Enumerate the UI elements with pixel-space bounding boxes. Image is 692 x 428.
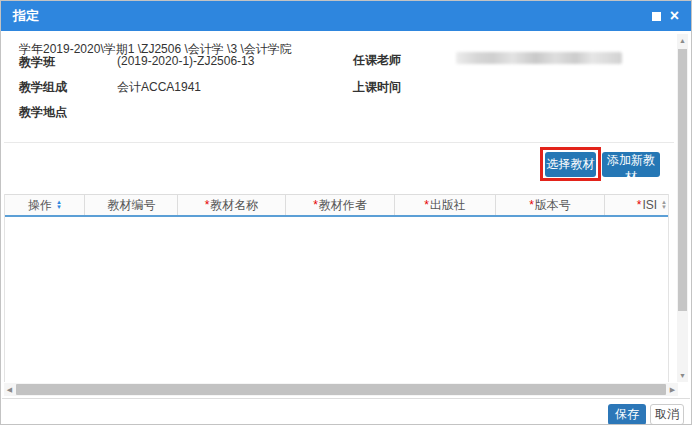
scroll-right-icon[interactable]: ▶ bbox=[667, 383, 678, 396]
teacher-name-redacted bbox=[456, 52, 622, 64]
teaching-location-label: 教学地点 bbox=[19, 104, 67, 121]
textbook-grid: 操作 ▲▼ 教材编号 * 教材名称 * 教材作者 * 出版社 bbox=[4, 194, 669, 382]
column-header-textbook-name: * 教材名称 bbox=[178, 195, 286, 215]
cancel-button[interactable]: 取消 bbox=[650, 404, 684, 425]
scroll-left-icon[interactable]: ◀ bbox=[4, 383, 15, 396]
teaching-class-label: 教学班 bbox=[19, 54, 55, 71]
class-time-label: 上课时间 bbox=[353, 79, 401, 96]
dialog-title: 指定 bbox=[13, 7, 39, 25]
sort-icon: ▲▼ bbox=[661, 200, 667, 210]
teaching-composition-value: 会计ACCA1941 bbox=[117, 79, 201, 96]
maximize-icon[interactable] bbox=[652, 12, 661, 21]
horizontal-scrollbar-thumb[interactable] bbox=[16, 384, 666, 395]
teaching-class-value: (2019-2020-1)-ZJ2506-13 bbox=[117, 54, 254, 68]
column-header-publisher: * 出版社 bbox=[395, 195, 496, 215]
column-header-textbook-author: * 教材作者 bbox=[286, 195, 395, 215]
dialog-footer: 保存 取消 bbox=[2, 399, 690, 425]
add-new-textbook-button[interactable]: 添加新教材 bbox=[602, 152, 660, 177]
sort-icon: ▲▼ bbox=[56, 200, 62, 210]
column-header-operation[interactable]: 操作 ▲▼ bbox=[5, 195, 85, 215]
select-textbook-button[interactable]: 选择教材 bbox=[545, 152, 596, 177]
teaching-composition-label: 教学组成 bbox=[19, 79, 67, 96]
close-icon[interactable]: × bbox=[670, 9, 679, 23]
save-button[interactable]: 保存 bbox=[608, 404, 646, 425]
horizontal-scrollbar[interactable]: ◀ ▶ bbox=[4, 383, 678, 396]
grid-empty-body bbox=[5, 217, 668, 380]
section-divider bbox=[4, 142, 674, 143]
dialog-body: 学年2019-2020\学期1 \ZJ2506 \会计学 \3 \会计学院 教学… bbox=[2, 32, 690, 423]
dialog-titlebar: 指定 × bbox=[1, 1, 691, 31]
assign-textbook-dialog: 指定 × 学年2019-2020\学期1 \ZJ2506 \会计学 \3 \会计… bbox=[0, 0, 692, 425]
scroll-up-icon[interactable]: ▲ bbox=[677, 34, 688, 47]
scroll-down-icon[interactable]: ▼ bbox=[677, 369, 688, 382]
teacher-label: 任课老师 bbox=[353, 52, 401, 69]
grid-header-row: 操作 ▲▼ 教材编号 * 教材名称 * 教材作者 * 出版社 bbox=[5, 194, 668, 217]
vertical-scrollbar[interactable]: ▲ ▼ bbox=[677, 34, 688, 382]
column-header-textbook-id: 教材编号 bbox=[85, 195, 178, 215]
vertical-scrollbar-thumb[interactable] bbox=[678, 49, 687, 311]
column-header-edition: * 版本号 bbox=[496, 195, 605, 215]
column-header-isbn[interactable]: * ISI ▲▼ bbox=[605, 195, 668, 215]
